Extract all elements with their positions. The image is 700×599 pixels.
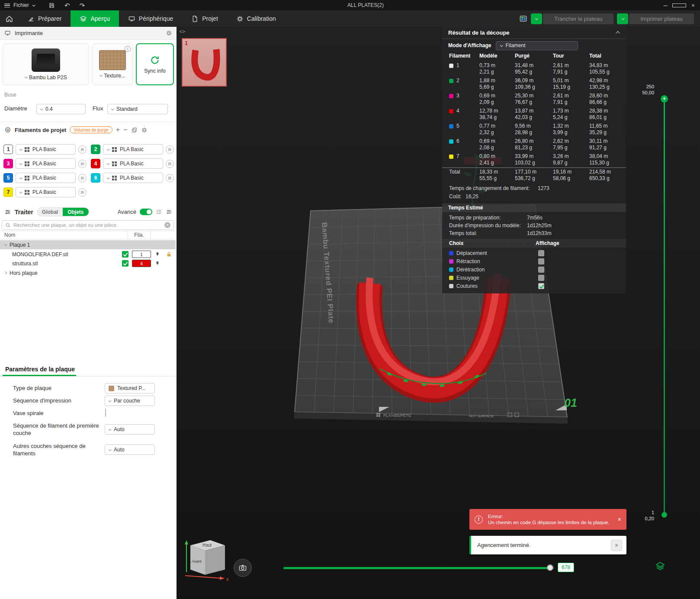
lock-icon[interactable] [166, 251, 172, 258]
off-plate-row[interactable]: Hors plaque [0, 268, 176, 277]
layer-progress-slider[interactable] [283, 567, 554, 569]
filament-edit-button[interactable] [78, 160, 87, 168]
filament-edit-button[interactable] [78, 174, 87, 182]
object-visible-checkbox[interactable] [122, 260, 128, 267]
panel-collapse-icon[interactable]: <> [179, 29, 185, 35]
close-button[interactable]: × [686, 2, 700, 9]
tune-icon[interactable] [166, 209, 172, 215]
option-checkbox[interactable] [538, 258, 544, 264]
filament-type-value: PLA Basic [120, 146, 144, 152]
layer-slider-track[interactable] [664, 101, 665, 513]
plate-settings-title[interactable]: Paramètres de la plaque [5, 366, 75, 373]
filament-type-dropdown[interactable]: PLA Basic [16, 158, 76, 169]
filament-color-chip[interactable]: 5 [3, 173, 13, 183]
option-checkbox[interactable] [538, 283, 544, 289]
print-sequence-dropdown[interactable]: Par couche [105, 396, 155, 406]
success-close-icon[interactable]: × [611, 540, 622, 551]
plate-type-dropdown[interactable]: Textured P... [105, 383, 155, 393]
tab-calibration[interactable]: Calibration [227, 10, 285, 27]
collapse-panel-icon[interactable] [616, 31, 620, 35]
home-button[interactable] [0, 10, 18, 27]
redo-button[interactable]: ↷ [80, 2, 85, 9]
filament-color-chip[interactable]: 2 [91, 145, 100, 154]
filament-type-dropdown[interactable]: PLA Basic [103, 158, 163, 169]
info-icon[interactable]: i [125, 46, 131, 52]
filament-color-chip[interactable]: 6 [91, 173, 100, 183]
add-filament-button[interactable]: + [116, 126, 120, 133]
filament-edit-button[interactable] [166, 160, 174, 168]
filament-type-dropdown[interactable]: PLA Basic [16, 173, 76, 183]
extruder-icon[interactable] [154, 251, 161, 258]
plates-overview-icon[interactable] [519, 15, 527, 23]
minimize-button[interactable]: ─ [658, 2, 672, 9]
printer-settings-gear-icon[interactable] [166, 30, 172, 36]
layer-value-box[interactable]: 678 [558, 563, 574, 572]
object-filament-box[interactable]: 1 [132, 251, 151, 258]
error-close-icon[interactable]: × [618, 516, 621, 523]
filament-edit-button[interactable] [78, 188, 87, 196]
parameter-list-icon[interactable] [156, 209, 162, 215]
first-layer-sequence-dropdown[interactable]: Auto [105, 424, 155, 435]
slice-plate-button[interactable]: Trancher le plateau [543, 13, 614, 24]
filament-settings-gear-icon[interactable] [141, 127, 148, 133]
advanced-toggle[interactable] [140, 209, 152, 215]
object-row[interactable]: MONGOLFIERA DEF.stl 1 [0, 250, 176, 259]
plate-thumbnail[interactable]: 1 [182, 38, 227, 87]
snapshot-button[interactable] [234, 559, 252, 577]
object-row[interactable]: struttura.stl 4 [0, 259, 176, 268]
scope-global[interactable]: Global [37, 208, 63, 216]
error-icon: ! [475, 515, 483, 524]
tab-project[interactable]: Projet [182, 10, 227, 27]
layer-slider-top-handle[interactable]: + [661, 95, 668, 103]
other-layers-sequence-dropdown[interactable]: Auto [105, 444, 155, 455]
scope-toggle[interactable]: Global Objets [37, 207, 89, 216]
layer-slider-bottom-handle[interactable] [661, 512, 667, 518]
filament-color-chip[interactable]: 7 [3, 187, 13, 197]
save-button[interactable] [48, 2, 55, 9]
printer-card[interactable]: Bambu Lab P2S [3, 43, 89, 85]
scope-objects[interactable]: Objets [63, 208, 88, 216]
plate-type-card[interactable]: i Texture... [92, 43, 133, 85]
print-options-button[interactable] [617, 13, 628, 24]
file-menu[interactable]: Fichier [0, 0, 39, 10]
remove-filament-button[interactable]: − [123, 126, 127, 133]
maximize-button[interactable] [672, 2, 686, 9]
ams-icon [112, 147, 117, 152]
option-checkbox[interactable] [538, 267, 544, 273]
filament-color-chip[interactable]: 3 [3, 159, 13, 168]
filament-type-dropdown[interactable]: PLA Basic [103, 173, 163, 183]
tab-prepare[interactable]: Préparer [18, 10, 71, 27]
filament-sync-icon[interactable] [131, 127, 138, 133]
sync-info-button[interactable]: Sync info [136, 43, 174, 85]
object-visible-checkbox[interactable] [122, 251, 128, 258]
clear-search-icon[interactable]: × [164, 222, 170, 228]
spiral-vase-checkbox[interactable] [105, 409, 106, 417]
display-mode-dropdown[interactable]: Filament [496, 41, 578, 50]
filament-type-dropdown[interactable]: PLA Basic [16, 144, 76, 155]
flow-dropdown[interactable]: Standard [107, 104, 168, 114]
filament-edit-button[interactable] [166, 174, 174, 182]
filament-edit-button[interactable] [166, 145, 174, 154]
tab-preview[interactable]: Aperçu [71, 10, 119, 27]
extruder-icon[interactable] [154, 261, 161, 267]
filament-edit-button[interactable] [78, 145, 87, 154]
filament-type-dropdown[interactable]: PLA Basic [103, 144, 163, 155]
undo-button[interactable]: ↶ [64, 2, 70, 9]
option-checkbox[interactable] [538, 250, 544, 256]
slice-options-button[interactable] [531, 13, 542, 24]
search-input[interactable] [13, 222, 162, 228]
print-plate-button[interactable]: Imprimer plateau [629, 13, 694, 24]
filament-color-chip[interactable]: 4 [91, 159, 100, 168]
tab-device[interactable]: Périphérique [119, 10, 182, 27]
purge-volumes-badge[interactable]: Volumes de purge [70, 126, 112, 133]
filament-type-dropdown[interactable]: PLA Basic [16, 187, 76, 197]
plate-row[interactable]: Plaque 1 [0, 240, 176, 249]
filament-color-chip[interactable]: 1 [3, 145, 13, 154]
object-filament-box[interactable]: 4 [132, 260, 151, 267]
orientation-gizmo[interactable]: Haut Avant x [183, 531, 234, 583]
option-checkbox[interactable] [538, 275, 544, 281]
viewport-3d[interactable]: PLA/ABS/PETG HOT SURFACE Bambu Textured … [177, 27, 700, 599]
diameter-dropdown[interactable]: 0.4 [36, 104, 86, 114]
layer-progress-handle[interactable] [547, 564, 553, 571]
layers-view-button[interactable] [655, 561, 665, 571]
